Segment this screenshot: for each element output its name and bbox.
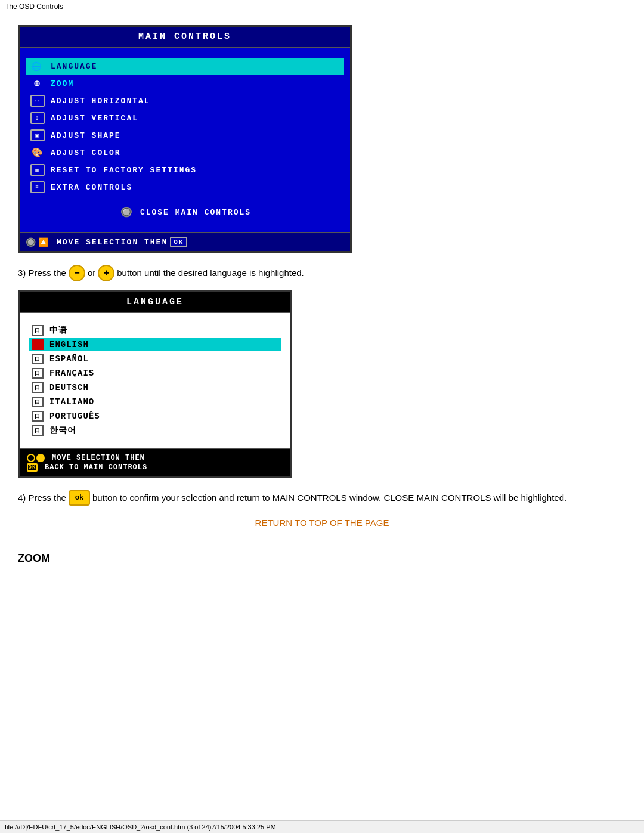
- ok-box: OK: [170, 237, 187, 247]
- lang-label-korean: 한국어: [49, 425, 76, 436]
- osd-item-reset[interactable]: ▦ RESET TO FACTORY SETTINGS: [26, 162, 344, 178]
- adjust-h-icon: ↔: [29, 94, 46, 107]
- osd-item-zoom[interactable]: ⊕ ZOOM: [26, 75, 344, 92]
- lang-label-italiano: ITALIANO: [49, 397, 94, 407]
- close-icon: 🔘: [119, 206, 135, 219]
- lang-footer-line2: OK BACK TO MAIN CONTROLS: [27, 463, 283, 472]
- lang-label-chinese: 中语: [49, 325, 67, 336]
- top-bar-label: The OSD Controls: [5, 2, 63, 11]
- lang-footer-text1: MOVE SELECTION THEN: [52, 454, 145, 462]
- osd-item-close-label: CLOSE MAIN CONTROLS: [140, 208, 251, 217]
- lang-icon-francais: 口: [32, 368, 44, 379]
- osd-item-extra-label: EXTRA CONTROLS: [51, 183, 132, 192]
- lang-label-deutsch: DEUTSCH: [49, 383, 89, 392]
- osd-item-adjust-v[interactable]: ↕ ADJUST VERTICAL: [26, 110, 344, 126]
- extra-icon: ≡: [29, 181, 46, 194]
- lang-item-english[interactable]: ENGLISH: [29, 338, 281, 351]
- lang-footer-text2: BACK TO MAIN CONTROLS: [45, 463, 147, 472]
- zoom-heading: ZOOM: [18, 552, 626, 565]
- osd-item-adjust-shape-label: ADJUST SHAPE: [51, 131, 121, 140]
- reset-icon: ▦: [29, 163, 46, 176]
- osd-item-extra[interactable]: ≡ EXTRA CONTROLS: [26, 179, 344, 196]
- instruction-4-text2: button to confirm your selection and ret…: [92, 491, 566, 505]
- plus-button[interactable]: +: [98, 265, 114, 281]
- instruction-3: 3) Press the − or + button until the des…: [18, 265, 626, 281]
- osd-item-language[interactable]: 🌐 LANGUAGE: [26, 58, 344, 75]
- lang-icon-espanol: 口: [32, 354, 44, 364]
- adjust-shape-icon: ▣: [29, 129, 46, 142]
- lang-footer-line1: MOVE SELECTION THEN: [27, 454, 283, 462]
- return-link-container: RETURN TO TOP OF THE PAGE: [18, 518, 626, 528]
- svg-text:🌐: 🌐: [31, 61, 42, 72]
- osd-item-close[interactable]: 🔘 CLOSE MAIN CONTROLS: [26, 202, 344, 222]
- lang-label-espanol: ESPAÑOL: [49, 354, 89, 364]
- return-link[interactable]: RETURN TO TOP OF THE PAGE: [255, 518, 389, 528]
- language-items: 口 中语 ENGLISH 口 ESPAÑOL 口 FRANÇAIS 口 DEU: [20, 313, 290, 448]
- main-controls-menu: 🌐 LANGUAGE ⊕ ZOOM ↔ ADJUST HORIZONTAL: [20, 54, 350, 232]
- lang-icon-deutsch: 口: [32, 382, 44, 393]
- osd-item-adjust-v-label: ADJUST VERTICAL: [51, 114, 138, 123]
- top-bar: The OSD Controls: [0, 0, 644, 13]
- osd-item-adjust-h[interactable]: ↔ ADJUST HORIZONTAL: [26, 92, 344, 109]
- lang-icon-portugues: 口: [32, 411, 44, 422]
- osd-item-adjust-color[interactable]: 🎨 ADJUST COLOR: [26, 144, 344, 161]
- instruction-4-text1: 4) Press the: [18, 491, 66, 505]
- lang-icon-italiano: 口: [32, 397, 44, 407]
- lang-icon-chinese: 口: [32, 325, 44, 336]
- lang-icon-korean: 口: [32, 425, 44, 436]
- foot-icon-box: OK: [27, 463, 41, 472]
- instruction-3-text3: button until the desired language is hig…: [117, 266, 304, 280]
- osd-footer-label: MOVE SELECTION THEN: [57, 238, 168, 247]
- lang-label-francais: FRANÇAIS: [49, 368, 94, 378]
- adjust-v-icon: ↕: [29, 112, 46, 125]
- status-bar-text: file:///D|/EDFU/crt_17_5/edoc/ENGLISH/OS…: [5, 823, 276, 831]
- ok-button[interactable]: ok: [69, 490, 90, 506]
- minus-button[interactable]: −: [69, 265, 85, 281]
- language-title: LANGUAGE: [20, 292, 290, 313]
- instruction-3-text1: 3) Press the: [18, 266, 66, 280]
- foot-icon-circle: [27, 454, 48, 462]
- zoom-icon: ⊕: [29, 77, 46, 90]
- osd-item-reset-label: RESET TO FACTORY SETTINGS: [51, 166, 197, 175]
- move-icons: 🔘 🔼: [26, 237, 53, 247]
- lang-label-portugues: PORTUGUÊS: [49, 411, 100, 421]
- language-footer: MOVE SELECTION THEN OK BACK TO MAIN CONT…: [20, 448, 290, 476]
- lang-item-francais[interactable]: 口 FRANÇAIS: [29, 367, 281, 380]
- language-screen: LANGUAGE 口 中语 ENGLISH 口 ESPAÑOL 口 FRANÇA…: [18, 290, 292, 478]
- main-controls-title: MAIN CONTROLS: [20, 27, 350, 48]
- osd-footer: 🔘 🔼 MOVE SELECTION THEN OK: [20, 232, 350, 251]
- lang-item-italiano[interactable]: 口 ITALIANO: [29, 395, 281, 408]
- lang-icon-english: [32, 339, 44, 350]
- adjust-color-icon: 🎨: [29, 146, 46, 159]
- lang-item-deutsch[interactable]: 口 DEUTSCH: [29, 381, 281, 394]
- instruction-4: 4) Press the ok button to confirm your s…: [18, 490, 626, 506]
- osd-item-adjust-color-label: ADJUST COLOR: [51, 148, 121, 157]
- lang-item-korean[interactable]: 口 한국어: [29, 424, 281, 437]
- main-controls-screen: MAIN CONTROLS 🌐 LANGUAGE ⊕ ZOOM: [18, 25, 352, 253]
- status-bar: file:///D|/EDFU/crt_17_5/edoc/ENGLISH/OS…: [0, 820, 644, 833]
- instruction-3-text2: or: [88, 266, 95, 280]
- osd-item-language-label: LANGUAGE: [51, 62, 97, 71]
- osd-item-adjust-shape[interactable]: ▣ ADJUST SHAPE: [26, 127, 344, 144]
- lang-item-portugues[interactable]: 口 PORTUGUÊS: [29, 410, 281, 423]
- section-divider: [18, 540, 626, 540]
- content-area: MAIN CONTROLS 🌐 LANGUAGE ⊕ ZOOM: [0, 13, 644, 583]
- lang-item-espanol[interactable]: 口 ESPAÑOL: [29, 352, 281, 366]
- lang-item-chinese[interactable]: 口 中语: [29, 324, 281, 337]
- language-icon: 🌐: [29, 60, 46, 73]
- lang-label-english: ENGLISH: [49, 340, 89, 349]
- osd-item-zoom-label: ZOOM: [51, 79, 74, 88]
- osd-item-adjust-h-label: ADJUST HORIZONTAL: [51, 97, 150, 106]
